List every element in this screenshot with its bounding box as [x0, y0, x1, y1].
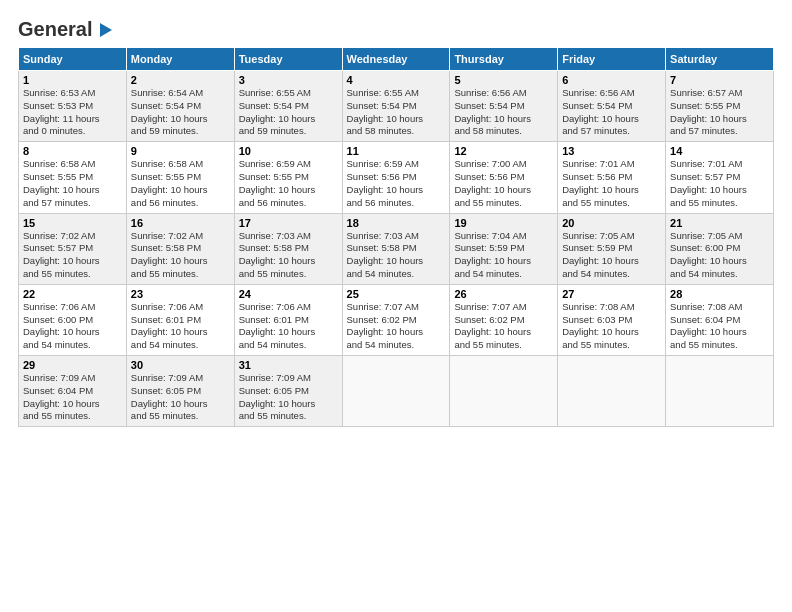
weekday-header-saturday: Saturday [666, 48, 774, 71]
day-detail: Sunrise: 7:04 AMSunset: 5:59 PMDaylight:… [454, 230, 553, 281]
calendar-cell: 13 Sunrise: 7:01 AMSunset: 5:56 PMDaylig… [558, 142, 666, 213]
calendar-cell: 4 Sunrise: 6:55 AMSunset: 5:54 PMDayligh… [342, 71, 450, 142]
calendar-cell: 8 Sunrise: 6:58 AMSunset: 5:55 PMDayligh… [19, 142, 127, 213]
calendar-cell: 14 Sunrise: 7:01 AMSunset: 5:57 PMDaylig… [666, 142, 774, 213]
day-number: 10 [239, 145, 338, 157]
day-detail: Sunrise: 7:08 AMSunset: 6:04 PMDaylight:… [670, 301, 769, 352]
day-detail: Sunrise: 7:02 AMSunset: 5:58 PMDaylight:… [131, 230, 230, 281]
day-number: 20 [562, 217, 661, 229]
day-detail: Sunrise: 7:09 AMSunset: 6:04 PMDaylight:… [23, 372, 122, 423]
day-number: 31 [239, 359, 338, 371]
calendar-cell [666, 356, 774, 427]
calendar-cell [342, 356, 450, 427]
weekday-header-monday: Monday [126, 48, 234, 71]
calendar-cell: 21 Sunrise: 7:05 AMSunset: 6:00 PMDaylig… [666, 213, 774, 284]
day-number: 17 [239, 217, 338, 229]
day-number: 1 [23, 74, 122, 86]
calendar-cell: 31 Sunrise: 7:09 AMSunset: 6:05 PMDaylig… [234, 356, 342, 427]
day-number: 14 [670, 145, 769, 157]
day-number: 5 [454, 74, 553, 86]
day-number: 23 [131, 288, 230, 300]
calendar-cell: 25 Sunrise: 7:07 AMSunset: 6:02 PMDaylig… [342, 284, 450, 355]
day-detail: Sunrise: 7:06 AMSunset: 6:01 PMDaylight:… [131, 301, 230, 352]
calendar-table: SundayMondayTuesdayWednesdayThursdayFrid… [18, 47, 774, 427]
day-detail: Sunrise: 6:53 AMSunset: 5:53 PMDaylight:… [23, 87, 122, 138]
day-number: 26 [454, 288, 553, 300]
day-detail: Sunrise: 7:01 AMSunset: 5:56 PMDaylight:… [562, 158, 661, 209]
day-detail: Sunrise: 6:56 AMSunset: 5:54 PMDaylight:… [454, 87, 553, 138]
day-detail: Sunrise: 7:06 AMSunset: 6:01 PMDaylight:… [239, 301, 338, 352]
calendar-cell: 28 Sunrise: 7:08 AMSunset: 6:04 PMDaylig… [666, 284, 774, 355]
day-detail: Sunrise: 6:55 AMSunset: 5:54 PMDaylight:… [347, 87, 446, 138]
calendar-cell [558, 356, 666, 427]
day-detail: Sunrise: 6:58 AMSunset: 5:55 PMDaylight:… [131, 158, 230, 209]
calendar-cell: 3 Sunrise: 6:55 AMSunset: 5:54 PMDayligh… [234, 71, 342, 142]
day-detail: Sunrise: 7:08 AMSunset: 6:03 PMDaylight:… [562, 301, 661, 352]
calendar-cell: 24 Sunrise: 7:06 AMSunset: 6:01 PMDaylig… [234, 284, 342, 355]
day-detail: Sunrise: 7:03 AMSunset: 5:58 PMDaylight:… [239, 230, 338, 281]
weekday-header-thursday: Thursday [450, 48, 558, 71]
weekday-header-wednesday: Wednesday [342, 48, 450, 71]
calendar-cell: 18 Sunrise: 7:03 AMSunset: 5:58 PMDaylig… [342, 213, 450, 284]
calendar-cell: 30 Sunrise: 7:09 AMSunset: 6:05 PMDaylig… [126, 356, 234, 427]
day-number: 13 [562, 145, 661, 157]
day-number: 7 [670, 74, 769, 86]
day-detail: Sunrise: 7:09 AMSunset: 6:05 PMDaylight:… [239, 372, 338, 423]
day-detail: Sunrise: 6:57 AMSunset: 5:55 PMDaylight:… [670, 87, 769, 138]
day-detail: Sunrise: 7:07 AMSunset: 6:02 PMDaylight:… [454, 301, 553, 352]
calendar-cell: 11 Sunrise: 6:59 AMSunset: 5:56 PMDaylig… [342, 142, 450, 213]
day-number: 9 [131, 145, 230, 157]
calendar-cell: 17 Sunrise: 7:03 AMSunset: 5:58 PMDaylig… [234, 213, 342, 284]
day-detail: Sunrise: 7:00 AMSunset: 5:56 PMDaylight:… [454, 158, 553, 209]
calendar-cell: 29 Sunrise: 7:09 AMSunset: 6:04 PMDaylig… [19, 356, 127, 427]
calendar-cell: 10 Sunrise: 6:59 AMSunset: 5:55 PMDaylig… [234, 142, 342, 213]
calendar-cell: 2 Sunrise: 6:54 AMSunset: 5:54 PMDayligh… [126, 71, 234, 142]
day-detail: Sunrise: 7:09 AMSunset: 6:05 PMDaylight:… [131, 372, 230, 423]
logo-icon [94, 19, 116, 41]
day-detail: Sunrise: 7:07 AMSunset: 6:02 PMDaylight:… [347, 301, 446, 352]
day-detail: Sunrise: 7:05 AMSunset: 5:59 PMDaylight:… [562, 230, 661, 281]
weekday-header-friday: Friday [558, 48, 666, 71]
day-detail: Sunrise: 6:58 AMSunset: 5:55 PMDaylight:… [23, 158, 122, 209]
day-detail: Sunrise: 7:01 AMSunset: 5:57 PMDaylight:… [670, 158, 769, 209]
day-detail: Sunrise: 7:02 AMSunset: 5:57 PMDaylight:… [23, 230, 122, 281]
day-number: 21 [670, 217, 769, 229]
weekday-header-sunday: Sunday [19, 48, 127, 71]
day-number: 24 [239, 288, 338, 300]
day-number: 18 [347, 217, 446, 229]
day-number: 16 [131, 217, 230, 229]
day-number: 8 [23, 145, 122, 157]
calendar-cell: 26 Sunrise: 7:07 AMSunset: 6:02 PMDaylig… [450, 284, 558, 355]
calendar-cell: 16 Sunrise: 7:02 AMSunset: 5:58 PMDaylig… [126, 213, 234, 284]
day-detail: Sunrise: 6:59 AMSunset: 5:56 PMDaylight:… [347, 158, 446, 209]
day-number: 30 [131, 359, 230, 371]
calendar-cell: 1 Sunrise: 6:53 AMSunset: 5:53 PMDayligh… [19, 71, 127, 142]
calendar-cell: 19 Sunrise: 7:04 AMSunset: 5:59 PMDaylig… [450, 213, 558, 284]
calendar-cell: 9 Sunrise: 6:58 AMSunset: 5:55 PMDayligh… [126, 142, 234, 213]
day-number: 29 [23, 359, 122, 371]
day-detail: Sunrise: 7:06 AMSunset: 6:00 PMDaylight:… [23, 301, 122, 352]
day-number: 19 [454, 217, 553, 229]
calendar-cell: 5 Sunrise: 6:56 AMSunset: 5:54 PMDayligh… [450, 71, 558, 142]
day-number: 27 [562, 288, 661, 300]
svg-marker-0 [100, 23, 112, 37]
day-number: 12 [454, 145, 553, 157]
day-number: 3 [239, 74, 338, 86]
calendar-cell: 23 Sunrise: 7:06 AMSunset: 6:01 PMDaylig… [126, 284, 234, 355]
day-number: 22 [23, 288, 122, 300]
logo-text: General [18, 18, 92, 41]
day-detail: Sunrise: 6:55 AMSunset: 5:54 PMDaylight:… [239, 87, 338, 138]
day-number: 11 [347, 145, 446, 157]
day-number: 2 [131, 74, 230, 86]
logo: General [18, 18, 116, 37]
calendar-cell: 15 Sunrise: 7:02 AMSunset: 5:57 PMDaylig… [19, 213, 127, 284]
calendar-cell: 7 Sunrise: 6:57 AMSunset: 5:55 PMDayligh… [666, 71, 774, 142]
day-number: 25 [347, 288, 446, 300]
day-detail: Sunrise: 7:05 AMSunset: 6:00 PMDaylight:… [670, 230, 769, 281]
calendar-cell: 27 Sunrise: 7:08 AMSunset: 6:03 PMDaylig… [558, 284, 666, 355]
day-detail: Sunrise: 7:03 AMSunset: 5:58 PMDaylight:… [347, 230, 446, 281]
weekday-header-tuesday: Tuesday [234, 48, 342, 71]
calendar-cell [450, 356, 558, 427]
day-number: 4 [347, 74, 446, 86]
day-detail: Sunrise: 6:54 AMSunset: 5:54 PMDaylight:… [131, 87, 230, 138]
